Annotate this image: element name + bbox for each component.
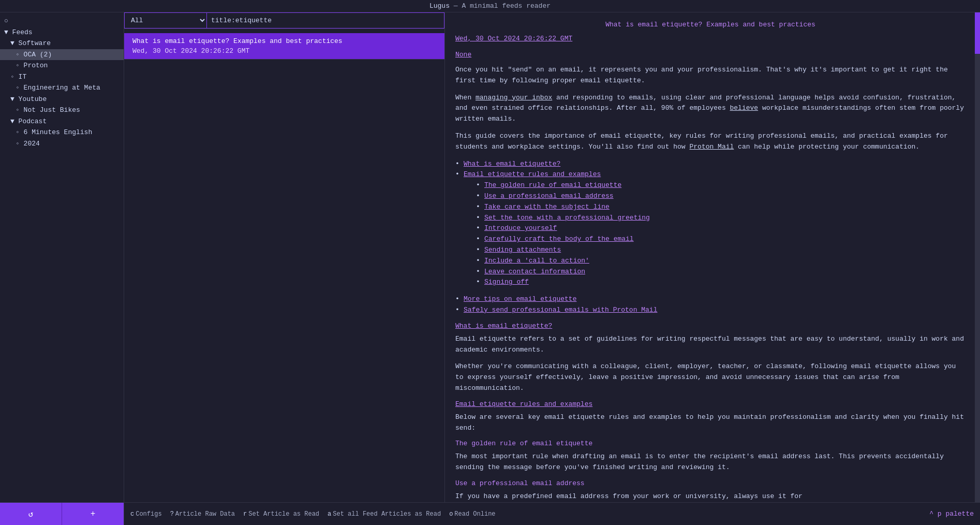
proton-mail-link[interactable]: Proton Mail (689, 143, 734, 151)
section-1-para-1: Email etiquette refers to a set of guide… (455, 334, 966, 356)
article-content[interactable]: What is email etiquette? Examples and be… (445, 12, 980, 502)
sidebar-item-6-minutes-english[interactable]: ◦ 6 Minutes English (0, 127, 124, 138)
sidebar-indicator: ○ (0, 16, 124, 27)
toc-item-3: More tips on email etiquette (455, 294, 966, 305)
managing-inbox-link[interactable]: managing your inbox (476, 94, 552, 101)
sidebar-item-not-just-bikes[interactable]: ◦ Not Just Bikes (0, 105, 124, 116)
subsection-heading-1: The golden rule of email etiquette (455, 440, 966, 447)
shortcut-set-read: r Set Article as Read (243, 511, 319, 518)
believe-link[interactable]: believe (730, 104, 759, 112)
toc-link-3[interactable]: More tips on email etiquette (464, 295, 576, 303)
toc-item-4: Safely send professional emails with Pro… (455, 305, 966, 316)
toc-sub-list: The golden rule of email etiquette Use a… (476, 180, 966, 288)
toc-sub-10: Signing off (476, 277, 966, 288)
section-2-para-1: Below are several key email etiquette ru… (455, 412, 966, 434)
feed-items-list: What is email etiquette? Examples and be… (124, 29, 444, 502)
toc-sub-link-9[interactable]: Leave contact information (484, 268, 585, 275)
sidebar-item-it[interactable]: ◦ IT (0, 71, 124, 83)
toc-sub-7: Sending attachments (476, 245, 966, 256)
bottom-toolbar: ↺ + c Configs ? Article Raw Data r Set A… (0, 502, 980, 525)
body-para-3: This guide covers the importance of emai… (455, 131, 966, 153)
toc-sub-link-10[interactable]: Signing off (484, 278, 529, 286)
shortcut-read-online: o Read Online (449, 511, 495, 518)
toc-sub-link-3[interactable]: Take care with the subject line (484, 203, 610, 211)
toc-sub-9: Leave contact information (476, 267, 966, 278)
filter-bar: All Unread Read (124, 12, 444, 29)
toc-sub-3: Take care with the subject line (476, 202, 966, 213)
article-title: What is email etiquette? Examples and be… (455, 21, 966, 28)
app-title: Lugus (429, 2, 450, 10)
subsection-1-para-1: The most important rule when drafting an… (455, 451, 966, 473)
add-button[interactable]: + (62, 503, 124, 525)
toc-item-2: Email etiquette rules and examples The g… (455, 169, 966, 288)
shortcut-set-all-read: a Set all Feed Articles as Read (328, 511, 441, 518)
refresh-button[interactable]: ↺ (0, 503, 62, 525)
section-heading-2: Email etiquette rules and examples (455, 400, 966, 408)
body-para-2: When managing your inbox and responding … (455, 93, 966, 125)
toc-sub-link-2[interactable]: Use a professional email address (484, 192, 614, 200)
subsection-heading-2: Use a professional email address (455, 479, 966, 487)
article-body: Once you hit "send" on an email, it repr… (455, 65, 966, 502)
sidebar-item-software[interactable]: ▼ Software (0, 38, 124, 49)
toc-sub-8: Include a 'call to action' (476, 256, 966, 267)
toc-sub-link-1[interactable]: The golden rule of email etiquette (484, 181, 621, 189)
toc-sub-link-4[interactable]: Set the tone with a professional greetin… (484, 214, 650, 222)
section-1-para-2: Whether you're communicating with a coll… (455, 361, 966, 393)
feed-item[interactable]: What is email etiquette? Examples and be… (124, 33, 444, 60)
article-source-link[interactable]: None (455, 51, 966, 59)
sidebar-item-youtube[interactable]: ▼ Youtube (0, 94, 124, 105)
scroll-thumb[interactable] (975, 12, 980, 54)
titlebar: Lugus — A minimal feeds reader (0, 0, 980, 12)
toc-sub-6: Carefully craft the body of the email (476, 234, 966, 245)
sidebar-item-proton[interactable]: ◦ Proton (0, 60, 124, 71)
toolbar-shortcuts: c Configs ? Article Raw Data r Set Artic… (124, 511, 929, 518)
sidebar-item-oca[interactable]: ◦ OCA (2) (0, 49, 124, 61)
main-layout: ○ ▼ Feeds ▼ Software ◦ OCA (2) ◦ Proton … (0, 12, 980, 502)
sidebar-item-engineering-at-meta[interactable]: ◦ Engineering at Meta (0, 82, 124, 94)
toc-sub-link-7[interactable]: Sending attachments (484, 246, 561, 254)
search-input[interactable] (207, 12, 444, 28)
subsection-2-para-1: If you have a predefined email address f… (455, 491, 966, 502)
filter-dropdown[interactable]: All Unread Read (124, 12, 207, 28)
sidebar-item-podcast[interactable]: ▼ Podcast (0, 116, 124, 127)
sidebar-item-2024[interactable]: ◦ 2024 (0, 138, 124, 150)
section-heading-1: What is email etiquette? (455, 322, 966, 330)
shortcut-raw-data: ? Article Raw Data (170, 511, 235, 518)
toc-sub-5: Introduce yourself (476, 223, 966, 234)
scrollbar[interactable] (975, 12, 980, 502)
toc-sub-4: Set the tone with a professional greetin… (476, 213, 966, 224)
toc-item-1: What is email etiquette? (455, 159, 966, 170)
toc-link-4[interactable]: Safely send professional emails with Pro… (464, 306, 657, 314)
toc-sub-link-8[interactable]: Include a 'call to action' (484, 257, 589, 265)
toolbar-left-buttons: ↺ + (0, 503, 124, 525)
article-date[interactable]: Wed, 30 Oct 2024 20:26:22 GMT (455, 35, 966, 42)
article-panel: What is email etiquette? Examples and be… (445, 12, 980, 502)
feed-list-panel: All Unread Read What is email etiquette?… (124, 12, 445, 502)
sidebar-feeds-header[interactable]: ▼ Feeds (0, 27, 124, 38)
body-para-1: Once you hit "send" on an email, it repr… (455, 65, 966, 86)
palette-button[interactable]: ^ p palette (929, 510, 980, 518)
content-area: All Unread Read What is email etiquette?… (124, 12, 980, 502)
toc-link-1[interactable]: What is email etiquette? (464, 160, 560, 168)
toc-sub-link-5[interactable]: Introduce yourself (484, 224, 557, 232)
feed-item-title: What is email etiquette? Examples and be… (132, 37, 436, 45)
shortcut-configs: c Configs (130, 511, 162, 518)
toc-sub-1: The golden rule of email etiquette (476, 180, 966, 191)
sidebar: ○ ▼ Feeds ▼ Software ◦ OCA (2) ◦ Proton … (0, 12, 124, 502)
app-subtitle: — A minimal feeds reader (454, 2, 551, 10)
feed-item-date: Wed, 30 Oct 2024 20:26:22 GMT (132, 47, 436, 55)
toc-main-list: What is email etiquette? Email etiquette… (455, 159, 966, 316)
toc-sub-link-6[interactable]: Carefully craft the body of the email (484, 235, 634, 243)
toc-sub-2: Use a professional email address (476, 191, 966, 202)
toc-link-2[interactable]: Email etiquette rules and examples (464, 170, 601, 178)
